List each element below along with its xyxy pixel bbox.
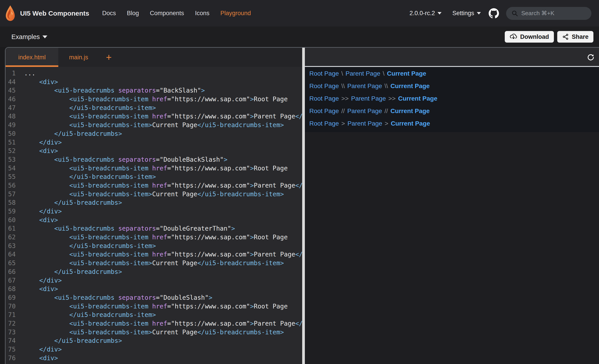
preview-toolbar [305,48,599,67]
code-token: </ [295,113,302,120]
breadcrumb-link[interactable]: Parent Page [351,95,386,102]
code-line: 58 </ui5-breadcrumbs> [6,198,302,207]
nav-item-docs[interactable]: Docs [102,10,116,17]
breadcrumb-separator: >> [388,95,396,102]
code-token: ="DoubleSlash" [156,294,209,301]
split-resizer-handle[interactable] [302,48,305,364]
tab-main-js[interactable]: main.js [58,48,99,67]
github-icon[interactable] [489,8,499,18]
code-token: <ui5-breadcrumbs [24,87,118,94]
line-number: 46 [6,95,16,104]
breadcrumb-link[interactable]: Root Page [309,108,339,114]
version-dropdown[interactable]: 2.0.0-rc.2 [409,10,441,17]
breadcrumb-row: Root Page>>Parent Page>>Current Page [309,95,599,102]
code-token: href [152,320,167,327]
download-label: Download [520,34,549,40]
settings-dropdown[interactable]: Settings [452,10,481,17]
code-token: </ [295,182,302,189]
code-token: <ui5-breadcrumbs-item> [24,259,152,267]
line-number: 58 [6,198,16,207]
code-token: <ui5-breadcrumbs-item [24,95,152,103]
code-token: </div> [24,139,62,146]
breadcrumb-separator: // [385,108,388,114]
add-tab-button[interactable]: + [102,48,116,67]
site-title: UI5 Web Components [20,9,89,17]
breadcrumb-link[interactable]: Parent Page [348,120,382,127]
code-line: 65 <ui5-breadcrumbs-item>Current Page</u… [6,259,302,268]
line-number: 1 [6,69,16,78]
breadcrumb-separator: >> [341,95,349,102]
code-token: </ui5-breadcrumbs-item> [24,311,156,319]
line-number: 66 [6,268,16,276]
code-line: 55 </ui5-breadcrumbs-item> [6,173,302,181]
examples-toolbar: Examples Download Share [0,26,599,47]
plus-icon: + [106,52,112,63]
code-token: separators [118,294,156,301]
examples-dropdown[interactable]: Examples [11,33,47,41]
code-token: </ui5-breadcrumbs-item> [24,173,156,180]
breadcrumb-link[interactable]: Parent Page [347,83,382,89]
code-token: <ui5-breadcrumbs [24,156,118,163]
code-token: Root Page [254,165,288,172]
nav-item-icons[interactable]: Icons [195,10,210,17]
code-line: 47 </ui5-breadcrumbs-item> [6,104,302,112]
code-token: > [209,294,212,301]
code-line: 70 <ui5-breadcrumbs-item href="https://w… [6,302,302,311]
code-token: </div> [24,346,62,353]
code-line: 44 <div> [6,78,302,86]
code-line: 52 <div> [6,147,302,155]
code-line: 63 </ui5-breadcrumbs-item> [6,242,302,250]
code-line: 72 <ui5-breadcrumbs-item href="https://w… [6,319,302,328]
code-line: 62 <ui5-breadcrumbs-item href="https://w… [6,233,302,242]
code-token: ="DoubleGreaterThan" [156,225,231,232]
line-number: 64 [6,250,16,259]
playground-container: index.html main.js + 1...44 <div>45 <ui5… [5,47,599,364]
refresh-icon[interactable] [587,53,595,62]
code-token: > [250,113,254,120]
breadcrumb-link[interactable]: Root Page [309,83,339,89]
breadcrumb-row: Root Page\Parent Page\Current Page [309,70,599,77]
code-token: </div> [24,277,62,284]
breadcrumb-link[interactable]: Root Page [309,70,339,77]
search-box[interactable] [506,7,591,20]
download-button[interactable]: Download [505,31,554,42]
settings-label: Settings [452,10,474,17]
code-lines[interactable]: 1...44 <div>45 <ui5-breadcrumbs separato… [6,67,302,364]
breadcrumb-link[interactable]: Root Page [309,120,339,127]
top-header: UI5 Web Components DocsBlogComponentsIco… [0,0,599,26]
line-number: 44 [6,78,16,86]
code-token: <ui5-breadcrumbs-item [24,165,152,172]
code-token: > [250,251,254,258]
code-line: 48 <ui5-breadcrumbs-item href="https://w… [6,112,302,121]
code-line: 45 <ui5-breadcrumbs separators="BackSlas… [6,86,302,95]
line-number: 59 [6,207,16,216]
code-token: ="https://www.sap.com" [167,182,250,189]
nav-item-blog[interactable]: Blog [127,10,139,17]
code-token: href [152,234,167,241]
breadcrumb-link[interactable]: Root Page [309,95,339,102]
line-number: 54 [6,164,16,173]
search-input[interactable] [521,10,586,17]
code-token: </ui5-breadcrumbs-item> [197,259,284,267]
line-number: 67 [6,276,16,285]
breadcrumb-link[interactable]: Parent Page [347,108,382,114]
line-number: 57 [6,190,16,199]
code-line: 56 <ui5-breadcrumbs-item href="https://w… [6,181,302,190]
breadcrumb-link[interactable]: Parent Page [345,70,380,77]
code-token: href [152,251,167,258]
tab-index-html[interactable]: index.html [6,48,58,67]
code-token: <ui5-breadcrumbs-item [24,320,152,327]
line-number: 75 [6,345,16,354]
nav-item-components[interactable]: Components [150,10,184,17]
code-token: > [201,87,205,94]
share-button[interactable]: Share [557,31,593,42]
code-token: ="BackSlash" [156,87,201,94]
code-line: 64 <ui5-breadcrumbs-item href="https://w… [6,250,302,259]
code-token: > [250,320,254,327]
nav-item-playground[interactable]: Playground [220,10,251,17]
code-line: 51 </div> [6,138,302,147]
code-token: Parent Page [254,320,295,327]
chevron-down-icon [477,12,481,15]
line-number: 62 [6,233,16,242]
code-token: Parent Page [254,113,295,120]
